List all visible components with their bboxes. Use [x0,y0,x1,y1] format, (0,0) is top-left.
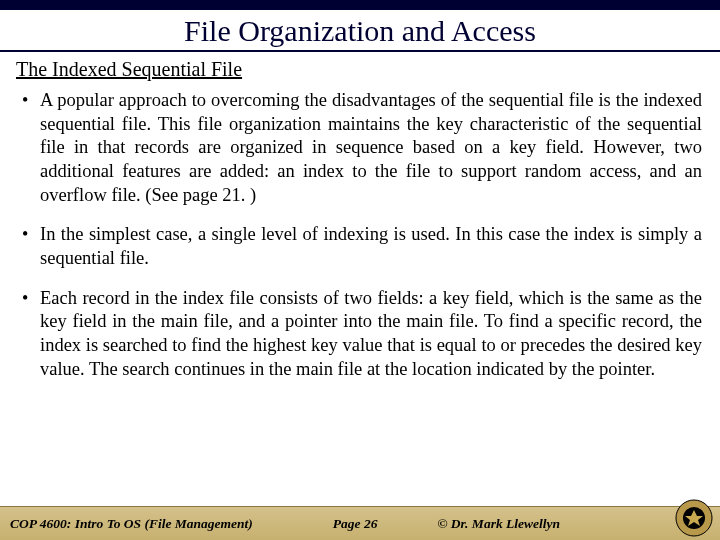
slide-subtitle: The Indexed Sequential File [16,58,720,81]
footer-page: Page 26 [333,516,378,532]
title-rule [0,50,720,52]
footer-author: © Dr. Mark Llewellyn [437,516,560,532]
bullet-list: A popular approach to overcoming the dis… [18,89,702,381]
bullet-item: Each record in the index file consists o… [18,287,702,382]
bullet-item: In the simplest case, a single level of … [18,223,702,270]
slide: File Organization and Access The Indexed… [0,0,720,540]
ucf-logo-icon [674,498,714,538]
slide-content: A popular approach to overcoming the dis… [0,89,720,506]
slide-title: File Organization and Access [0,14,720,48]
bullet-item: A popular approach to overcoming the dis… [18,89,702,207]
footer-course: COP 4600: Intro To OS (File Management) [10,516,253,532]
slide-footer: COP 4600: Intro To OS (File Management) … [0,506,720,540]
